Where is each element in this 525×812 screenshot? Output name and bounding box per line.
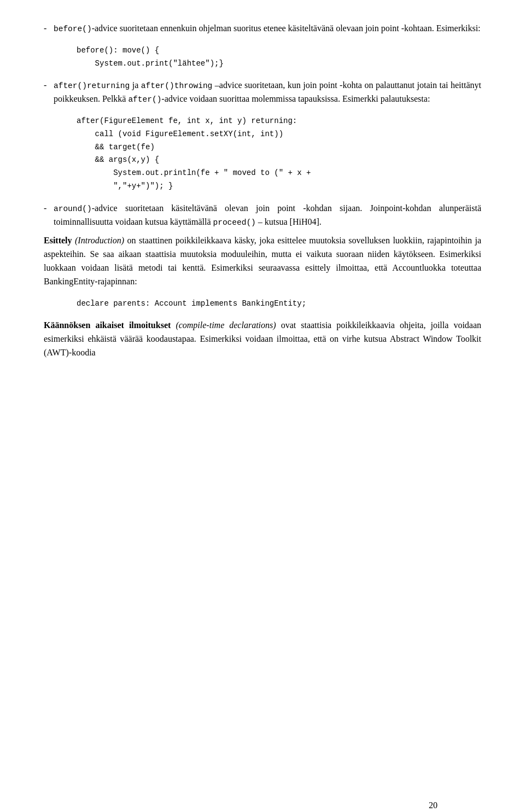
proceed-code: proceed() <box>213 218 256 227</box>
compile-time-bold: Käännöksen aikaiset ilmoitukset <box>44 320 171 330</box>
page-wrapper: - before()-advice suoritetaan ennenkuin … <box>44 22 481 812</box>
page-content: - before()-advice suoritetaan ennenkuin … <box>44 22 481 360</box>
after-throwing-code: after()throwing <box>141 81 213 90</box>
bullet-item-around: - around()-advice suoritetaan käsiteltäv… <box>44 202 481 229</box>
after-returning-code: after()returning <box>54 81 130 90</box>
before-code: before() <box>54 25 92 33</box>
bullet-text-before: before()-advice suoritetaan ennenkuin oh… <box>54 22 481 36</box>
page-number: 20 <box>429 799 438 812</box>
after-code-block: after(FigureElement fe, int x, int y) re… <box>77 115 481 193</box>
para-introduction: Esittely (Introduction) on staattinen po… <box>44 234 481 288</box>
after-advice-text2: -advice voidaan suorittaa molemmissa tap… <box>161 94 430 103</box>
bullet-text-after: after()returning ja after()throwing –adv… <box>54 79 481 106</box>
bullet-item-after: - after()returning ja after()throwing –a… <box>44 79 481 106</box>
declare-parents-code-block: declare parents: Account implements Bank… <box>77 297 481 311</box>
bullet-dash-2: - <box>44 79 54 106</box>
before-text: -advice suoritetaan ennenkuin ohjelman s… <box>92 24 481 33</box>
after-code-inline: after() <box>128 95 161 104</box>
bullet-dash-3: - <box>44 202 54 229</box>
after-ja-text: ja <box>130 80 141 90</box>
compile-time-italic: (compile-time declarations) <box>176 320 276 330</box>
esittely-bold: Esittely <box>44 236 72 245</box>
bullet-text-around: around()-advice suoritetaan käsiteltävän… <box>54 202 481 229</box>
before-code-block: before(): move() { System.out.print("läh… <box>77 44 481 71</box>
bullet-item-before: - before()-advice suoritetaan ennenkuin … <box>44 22 481 36</box>
para-compile-time: Käännöksen aikaiset ilmoitukset (compile… <box>44 319 481 359</box>
around-code: around() <box>54 205 92 213</box>
bullet-dash-1: - <box>44 22 54 36</box>
around-text2: – kutsua [HiH04]. <box>256 217 322 226</box>
introduction-italic: (Introduction) <box>75 236 124 245</box>
